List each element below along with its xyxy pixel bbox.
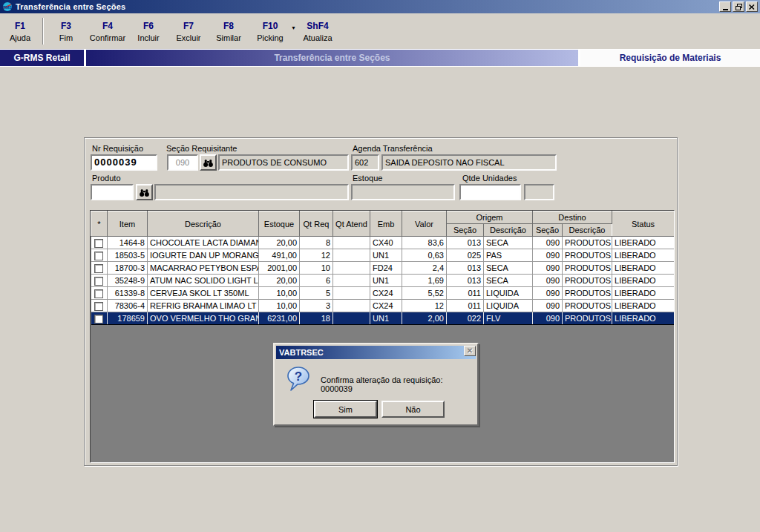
row-checkbox[interactable] bbox=[94, 302, 103, 311]
table-row[interactable]: 35248-9 ATUM NAC SOLIDO LIGHT LA 20,00 6… bbox=[91, 275, 675, 287]
toolbar-button-confirmar[interactable]: F4 Confirmar bbox=[86, 16, 129, 47]
tab-strip: G-RMS Retail Transferência entre Seções … bbox=[0, 49, 760, 67]
toolbar-key: F8 bbox=[223, 21, 234, 31]
row-select-cell[interactable] bbox=[91, 237, 108, 249]
toolbar-button-excluir[interactable]: F7 Excluir bbox=[169, 16, 208, 47]
cell-origem-secao: 013 bbox=[447, 262, 484, 275]
cell-descricao: IOGURTE DAN UP MORANGO bbox=[148, 249, 259, 262]
cell-emb: FD24 bbox=[370, 262, 402, 275]
cell-valor: 2,00 bbox=[402, 312, 447, 325]
yes-button[interactable]: Sim bbox=[314, 401, 377, 418]
cell-origem-descricao: PAS bbox=[484, 249, 533, 262]
cell-origem-descricao: LIQUIDA bbox=[484, 287, 533, 300]
cell-estoque: 10,00 bbox=[259, 300, 300, 312]
table-row[interactable]: 1464-8 CHOCOLATE LACTA DIAMANTE 20,00 8 … bbox=[91, 237, 675, 249]
table-row[interactable]: 61339-8 CERVEJA SKOL LT 350ML 10,00 5 CX… bbox=[91, 287, 675, 300]
row-select-cell[interactable] bbox=[91, 249, 108, 262]
header-destino-descricao: Descrição bbox=[563, 224, 612, 237]
toolbar-key: ShF4 bbox=[307, 21, 328, 31]
table-row[interactable]: 78306-4 REFRIG BRAHMA LIMAO LT 35 10,00 … bbox=[91, 300, 675, 312]
secao-requisitante-code-field[interactable]: 090 bbox=[167, 154, 198, 171]
cell-origem-descricao: SECA bbox=[484, 275, 533, 287]
nr-requisicao-field[interactable]: 0000039 bbox=[91, 154, 157, 171]
cell-valor: 2,4 bbox=[402, 262, 447, 275]
cell-emb: CX40 bbox=[370, 237, 402, 249]
cell-emb: CX24 bbox=[370, 287, 402, 300]
header-descricao: Descrição bbox=[148, 211, 259, 237]
toolbar-label: Confirmar bbox=[90, 33, 125, 42]
cell-valor: 83,6 bbox=[402, 237, 447, 249]
toolbar-label: Similar bbox=[216, 33, 241, 42]
toolbar-button-atualiza[interactable]: ShF4 Atualiza bbox=[297, 16, 338, 47]
cell-destino-descricao: PRODUTOS DE CONSUMO bbox=[563, 249, 612, 262]
minimize-button[interactable] bbox=[719, 1, 731, 12]
toolbar-key: F7 bbox=[183, 21, 194, 31]
cell-origem-descricao: SECA bbox=[484, 237, 533, 249]
row-select-cell[interactable] bbox=[91, 312, 108, 325]
restore-button[interactable] bbox=[733, 1, 744, 12]
toolbar-key: F10 bbox=[263, 21, 278, 31]
cell-emb: UN1 bbox=[370, 249, 402, 262]
cell-qt-req: 3 bbox=[300, 300, 333, 312]
cell-destino-secao: 090 bbox=[533, 287, 563, 300]
minimize-icon bbox=[723, 9, 728, 10]
items-table: * Item Descrição Estoque Qt Req Qt Atend… bbox=[91, 211, 675, 325]
row-select-cell[interactable] bbox=[91, 262, 108, 275]
restore-icon bbox=[736, 4, 742, 10]
row-select-cell[interactable] bbox=[91, 300, 108, 312]
header-qt-atend: Qt Atend bbox=[333, 211, 370, 237]
toolbar-button-incluir[interactable]: F6 Incluir bbox=[131, 16, 166, 47]
estoque-label: Estoque bbox=[353, 174, 382, 183]
table-row[interactable]: 18700-3 MACARRAO PETYBON ESPAG 2001,00 1… bbox=[91, 262, 675, 275]
toolbar-button-picking[interactable]: F10 Picking bbox=[249, 16, 291, 47]
cell-destino-descricao: PRODUTOS DE CONSUMO bbox=[563, 262, 612, 275]
row-checkbox[interactable] bbox=[94, 289, 103, 298]
cell-destino-descricao: PRODUTOS DE CONSUMO bbox=[563, 275, 612, 287]
toolbar-button-similar[interactable]: F8 Similar bbox=[209, 16, 248, 47]
cell-qt-req: 18 bbox=[300, 312, 333, 325]
dialog-close-button[interactable]: ✕ bbox=[464, 346, 476, 356]
table-row[interactable]: 18503-5 IOGURTE DAN UP MORANGO 491,00 12… bbox=[91, 249, 675, 262]
row-select-cell[interactable] bbox=[91, 287, 108, 300]
toolbar: F1 Ajuda F3 Fim F4 Confirmar F6 Incluir … bbox=[0, 13, 760, 49]
produto-lookup-button[interactable] bbox=[136, 184, 153, 200]
row-checkbox[interactable] bbox=[94, 264, 103, 273]
cell-item: 178659 bbox=[108, 312, 148, 325]
produto-desc-field bbox=[154, 184, 349, 200]
header-origem-descricao: Descrição bbox=[484, 224, 533, 237]
row-select-cell[interactable] bbox=[91, 275, 108, 287]
row-checkbox[interactable] bbox=[94, 277, 103, 286]
row-checkbox[interactable] bbox=[94, 315, 103, 324]
cell-valor: 12 bbox=[402, 300, 447, 312]
tab-transferencia-entre-secoes[interactable]: Transferência entre Seções bbox=[86, 50, 578, 66]
table-row[interactable]: 178659 OVO VERMELHO THO GRANDE 6231,00 1… bbox=[91, 312, 675, 325]
cell-destino-secao: 090 bbox=[533, 262, 563, 275]
qtde-unidades-input[interactable] bbox=[459, 184, 521, 200]
produto-input[interactable] bbox=[91, 184, 134, 200]
dialog-body: ? Confirma alteração da requisição: 0000… bbox=[276, 359, 476, 423]
row-checkbox[interactable] bbox=[94, 239, 103, 248]
tab-requisicao-de-materiais[interactable]: Requisição de Materiais bbox=[578, 50, 760, 66]
dialog-titlebar[interactable]: VABTRSEC bbox=[276, 346, 476, 359]
close-button[interactable] bbox=[746, 1, 758, 12]
secao-lookup-button[interactable] bbox=[200, 154, 217, 171]
cell-descricao: REFRIG BRAHMA LIMAO LT 35 bbox=[148, 300, 259, 312]
no-button[interactable]: Não bbox=[381, 401, 445, 418]
cell-destino-secao: 090 bbox=[533, 275, 563, 287]
toolbar-button-fim[interactable]: F3 Fim bbox=[48, 16, 85, 47]
row-checkbox[interactable] bbox=[94, 252, 103, 260]
header-destino: Destino bbox=[533, 211, 612, 224]
close-icon: ✕ bbox=[467, 347, 473, 355]
chevron-down-icon[interactable]: ▼ bbox=[291, 25, 296, 30]
cell-status: LIBERADO bbox=[612, 249, 675, 262]
cell-qt-atend bbox=[333, 312, 370, 325]
cell-destino-secao: 090 bbox=[533, 300, 563, 312]
toolbar-label: Fim bbox=[59, 33, 73, 42]
cell-qt-atend bbox=[333, 287, 370, 300]
cell-descricao: MACARRAO PETYBON ESPAG bbox=[148, 262, 259, 275]
tab-grms-retail[interactable]: G-RMS Retail bbox=[0, 50, 86, 66]
toolbar-button-ajuda[interactable]: F1 Ajuda bbox=[3, 16, 37, 47]
toolbar-key: F1 bbox=[15, 21, 25, 31]
agenda-code-field[interactable]: 602 bbox=[351, 154, 379, 171]
toolbar-key: F4 bbox=[102, 21, 113, 31]
